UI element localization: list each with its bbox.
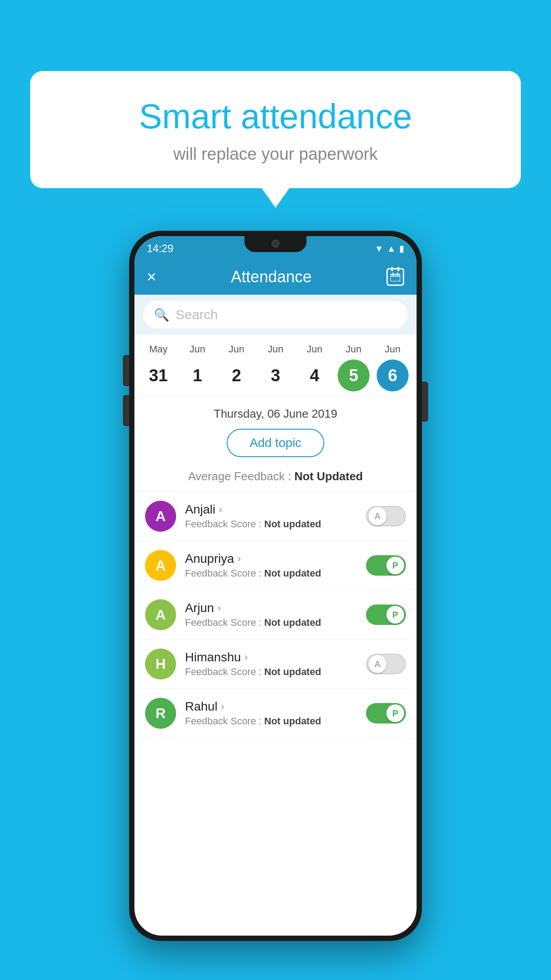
feedback-score: Feedback Score : Not updated — [185, 568, 357, 579]
avatar: H — [145, 648, 176, 680]
attendance-toggle[interactable]: A — [366, 654, 406, 674]
power-button — [422, 382, 428, 422]
student-info: Rahul ›Feedback Score : Not updated — [185, 699, 357, 727]
avatar: R — [145, 698, 176, 729]
avatar: A — [145, 550, 176, 581]
calendar-day-2[interactable]: Jun2 — [218, 344, 255, 391]
student-item[interactable]: AAnupriya ›Feedback Score : Not updatedP — [134, 541, 417, 590]
attendance-toggle[interactable]: P — [366, 703, 406, 723]
toggle-knob: A — [369, 507, 386, 525]
avg-feedback-label: Average Feedback : — [188, 470, 291, 483]
calendar-day-31[interactable]: May31 — [140, 344, 177, 391]
cal-date-number: 3 — [260, 360, 291, 391]
cal-month-label: Jun — [307, 344, 322, 355]
calendar-day-3[interactable]: Jun3 — [257, 344, 294, 391]
attendance-toggle[interactable]: P — [366, 555, 406, 576]
avg-feedback-value: Not Updated — [294, 470, 363, 483]
cal-date-number: 6 — [377, 360, 409, 391]
student-name: Arjun › — [185, 601, 357, 615]
selected-date-header: Thursday, 06 June 2019 — [134, 396, 417, 424]
student-name: Anupriya › — [185, 552, 357, 566]
app-bar-title: Attendance — [231, 268, 311, 286]
add-topic-button[interactable]: Add topic — [227, 429, 325, 457]
camera — [272, 240, 279, 248]
feedback-score: Feedback Score : Not updated — [185, 617, 357, 628]
toggle-knob: P — [386, 704, 404, 722]
cal-date-number: 5 — [338, 360, 370, 391]
student-name: Himanshu › — [185, 650, 357, 664]
wifi-icon: ▼ — [374, 244, 383, 254]
chevron-icon: › — [244, 652, 248, 663]
student-info: Himanshu ›Feedback Score : Not updated — [185, 650, 357, 678]
student-name: Anjali › — [185, 502, 357, 517]
battery-icon: ▮ — [399, 243, 404, 254]
speech-bubble-container: Smart attendance will replace your paper… — [30, 71, 521, 188]
avatar: A — [145, 501, 176, 532]
phone-frame: 14:29 ▼ ▲ ▮ × Attendance 🔍 — [129, 231, 422, 941]
toggle-knob: P — [386, 557, 404, 574]
cal-month-label: Jun — [228, 344, 244, 355]
cal-month-label: Jun — [385, 344, 400, 355]
close-icon[interactable]: × — [147, 268, 156, 286]
student-item[interactable]: HHimanshu ›Feedback Score : Not updatedA — [134, 640, 417, 689]
speech-bubble-title: Smart attendance — [57, 98, 494, 136]
chevron-icon: › — [238, 553, 241, 565]
student-name: Rahul › — [185, 699, 357, 714]
cal-date-number: 1 — [181, 360, 213, 391]
feedback-score: Feedback Score : Not updated — [185, 518, 357, 530]
calendar-day-6[interactable]: Jun6 — [374, 344, 411, 391]
phone-screen: 14:29 ▼ ▲ ▮ × Attendance 🔍 — [134, 236, 417, 936]
cal-month-label: Jun — [268, 344, 283, 355]
chevron-icon: › — [217, 602, 220, 614]
toggle-knob: P — [386, 606, 404, 624]
student-info: Anjali ›Feedback Score : Not updated — [185, 502, 357, 530]
student-info: Anupriya ›Feedback Score : Not updated — [185, 552, 357, 579]
student-info: Arjun ›Feedback Score : Not updated — [185, 601, 357, 628]
cal-month-label: Jun — [346, 344, 361, 355]
cal-month-label: Jun — [189, 344, 205, 355]
calendar-day-5[interactable]: Jun5 — [335, 344, 372, 391]
add-topic-container: Add topic — [134, 424, 417, 465]
search-bar[interactable]: 🔍 Search — [143, 301, 408, 328]
calendar-icon[interactable] — [386, 268, 404, 286]
search-placeholder: Search — [176, 307, 218, 322]
student-item[interactable]: AAnjali ›Feedback Score : Not updatedA — [134, 492, 417, 541]
app-bar: × Attendance — [134, 259, 417, 295]
student-item[interactable]: AArjun ›Feedback Score : Not updatedP — [134, 590, 417, 640]
svg-rect-0 — [390, 274, 400, 281]
volume-down-button — [123, 395, 129, 426]
speech-bubble: Smart attendance will replace your paper… — [30, 71, 521, 188]
toggle-knob: A — [369, 655, 386, 673]
volume-up-button — [123, 355, 129, 386]
status-time: 14:29 — [147, 242, 173, 255]
calendar-day-1[interactable]: Jun1 — [179, 344, 216, 391]
cal-month-label: May — [149, 344, 168, 355]
chevron-icon: › — [221, 701, 224, 712]
calendar-strip: May31Jun1Jun2Jun3Jun4Jun5Jun6 — [134, 335, 417, 396]
student-item[interactable]: RRahul ›Feedback Score : Not updatedP — [134, 689, 417, 738]
speech-bubble-subtitle: will replace your paperwork — [57, 145, 494, 164]
attendance-toggle[interactable]: A — [366, 506, 406, 526]
search-bar-container: 🔍 Search — [134, 295, 417, 335]
cal-date-number: 4 — [299, 360, 331, 391]
status-icons: ▼ ▲ ▮ — [374, 243, 404, 254]
average-feedback: Average Feedback : Not Updated — [134, 465, 417, 492]
attendance-toggle[interactable]: P — [366, 605, 406, 625]
student-list: AAnjali ›Feedback Score : Not updatedAAA… — [134, 492, 417, 738]
cal-date-number: 31 — [142, 360, 174, 391]
chevron-icon: › — [219, 504, 222, 515]
search-icon: 🔍 — [154, 308, 169, 322]
avatar: A — [145, 599, 176, 630]
feedback-score: Feedback Score : Not updated — [185, 666, 357, 678]
signal-icon: ▲ — [387, 244, 396, 254]
feedback-score: Feedback Score : Not updated — [185, 715, 357, 727]
phone-notch — [244, 236, 307, 252]
calendar-day-4[interactable]: Jun4 — [296, 344, 333, 391]
cal-date-number: 2 — [220, 360, 252, 391]
